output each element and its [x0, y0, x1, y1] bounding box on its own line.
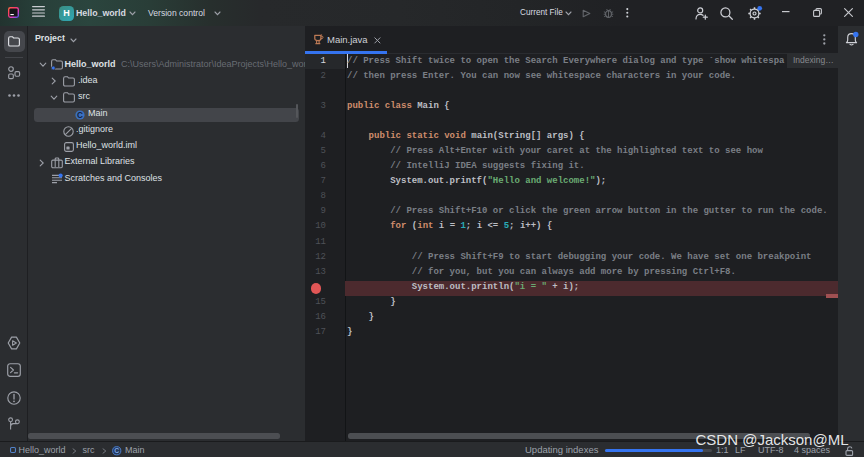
svg-text:C: C	[114, 447, 119, 454]
svg-text:C: C	[77, 110, 83, 119]
